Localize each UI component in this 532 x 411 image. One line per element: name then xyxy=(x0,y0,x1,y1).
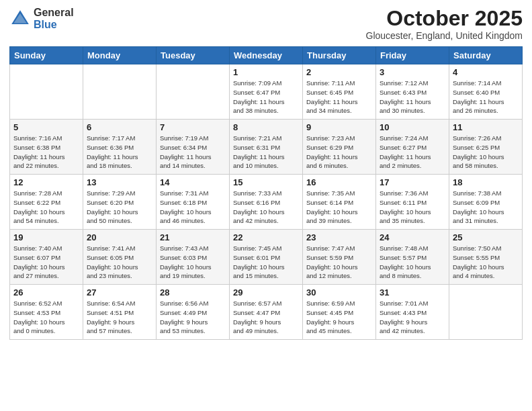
day-number: 23 xyxy=(306,232,372,242)
calendar-week-4: 19Sunrise: 7:40 AM Sunset: 6:07 PM Dayli… xyxy=(10,230,523,285)
day-number: 1 xyxy=(233,67,299,77)
calendar-cell: 21Sunrise: 7:43 AM Sunset: 6:03 PM Dayli… xyxy=(157,230,230,285)
day-number: 22 xyxy=(233,232,299,242)
calendar-cell: 6Sunrise: 7:17 AM Sunset: 6:36 PM Daylig… xyxy=(83,120,157,175)
logo-text: General Blue xyxy=(34,7,74,30)
day-number: 25 xyxy=(453,232,519,242)
day-number: 2 xyxy=(306,67,372,77)
calendar-cell: 10Sunrise: 7:24 AM Sunset: 6:27 PM Dayli… xyxy=(376,120,449,175)
calendar-cell: 23Sunrise: 7:47 AM Sunset: 5:59 PM Dayli… xyxy=(303,230,376,285)
day-number: 19 xyxy=(13,232,79,242)
day-info: Sunrise: 7:33 AM Sunset: 6:16 PM Dayligh… xyxy=(233,189,299,226)
header: General Blue October 2025 Gloucester, En… xyxy=(9,7,523,41)
calendar-cell xyxy=(10,64,83,120)
calendar-week-1: 1Sunrise: 7:09 AM Sunset: 6:47 PM Daylig… xyxy=(10,64,523,120)
calendar-cell: 19Sunrise: 7:40 AM Sunset: 6:07 PM Dayli… xyxy=(10,230,83,285)
day-info: Sunrise: 7:01 AM Sunset: 4:43 PM Dayligh… xyxy=(380,299,445,336)
day-number: 13 xyxy=(87,177,152,187)
calendar-week-5: 26Sunrise: 6:52 AM Sunset: 4:53 PM Dayli… xyxy=(10,285,523,340)
day-info: Sunrise: 7:45 AM Sunset: 6:01 PM Dayligh… xyxy=(233,244,299,281)
calendar-cell: 2Sunrise: 7:11 AM Sunset: 6:45 PM Daylig… xyxy=(303,64,376,120)
day-number: 10 xyxy=(380,122,445,132)
logo-icon xyxy=(9,8,31,30)
calendar-cell: 3Sunrise: 7:12 AM Sunset: 6:43 PM Daylig… xyxy=(376,64,449,120)
day-number: 31 xyxy=(380,287,445,298)
calendar-cell: 29Sunrise: 6:57 AM Sunset: 4:47 PM Dayli… xyxy=(230,285,303,340)
day-info: Sunrise: 7:14 AM Sunset: 6:40 PM Dayligh… xyxy=(453,79,519,116)
calendar-header-tuesday: Tuesday xyxy=(157,47,230,64)
day-info: Sunrise: 7:35 AM Sunset: 6:14 PM Dayligh… xyxy=(306,189,372,226)
calendar-cell: 27Sunrise: 6:54 AM Sunset: 4:51 PM Dayli… xyxy=(83,285,157,340)
logo-general: General xyxy=(34,7,74,19)
calendar-cell: 20Sunrise: 7:41 AM Sunset: 6:05 PM Dayli… xyxy=(83,230,157,285)
day-number: 16 xyxy=(306,177,372,187)
calendar-header-friday: Friday xyxy=(376,47,449,64)
calendar-header-row: SundayMondayTuesdayWednesdayThursdayFrid… xyxy=(10,47,523,64)
day-info: Sunrise: 6:56 AM Sunset: 4:49 PM Dayligh… xyxy=(160,299,226,336)
calendar-week-3: 12Sunrise: 7:28 AM Sunset: 6:22 PM Dayli… xyxy=(10,175,523,230)
day-info: Sunrise: 7:40 AM Sunset: 6:07 PM Dayligh… xyxy=(13,244,79,281)
day-number: 4 xyxy=(453,67,519,77)
day-number: 11 xyxy=(453,122,519,132)
day-info: Sunrise: 7:50 AM Sunset: 5:55 PM Dayligh… xyxy=(453,244,519,281)
calendar-cell: 16Sunrise: 7:35 AM Sunset: 6:14 PM Dayli… xyxy=(303,175,376,230)
day-info: Sunrise: 7:47 AM Sunset: 5:59 PM Dayligh… xyxy=(306,244,372,281)
day-number: 27 xyxy=(87,287,152,298)
day-number: 6 xyxy=(87,122,152,132)
calendar-header-sunday: Sunday xyxy=(10,47,83,64)
day-number: 20 xyxy=(87,232,152,242)
day-number: 9 xyxy=(306,122,372,132)
calendar-cell xyxy=(157,64,230,120)
calendar-table: SundayMondayTuesdayWednesdayThursdayFrid… xyxy=(9,46,523,340)
calendar-cell: 18Sunrise: 7:38 AM Sunset: 6:09 PM Dayli… xyxy=(449,175,523,230)
calendar-cell: 30Sunrise: 6:59 AM Sunset: 4:45 PM Dayli… xyxy=(303,285,376,340)
calendar-cell: 14Sunrise: 7:31 AM Sunset: 6:18 PM Dayli… xyxy=(157,175,230,230)
calendar-cell: 12Sunrise: 7:28 AM Sunset: 6:22 PM Dayli… xyxy=(10,175,83,230)
calendar-week-2: 5Sunrise: 7:16 AM Sunset: 6:38 PM Daylig… xyxy=(10,120,523,175)
day-info: Sunrise: 7:36 AM Sunset: 6:11 PM Dayligh… xyxy=(380,189,445,226)
logo-blue: Blue xyxy=(34,19,74,31)
day-number: 21 xyxy=(160,232,226,242)
calendar-cell xyxy=(449,285,523,340)
day-number: 30 xyxy=(306,287,372,298)
day-number: 18 xyxy=(453,177,519,187)
day-info: Sunrise: 7:26 AM Sunset: 6:25 PM Dayligh… xyxy=(453,134,519,171)
title-area: October 2025 Gloucester, England, United… xyxy=(366,7,523,41)
calendar-cell: 25Sunrise: 7:50 AM Sunset: 5:55 PM Dayli… xyxy=(449,230,523,285)
calendar-header-wednesday: Wednesday xyxy=(230,47,303,64)
day-number: 29 xyxy=(233,287,299,298)
calendar-cell: 26Sunrise: 6:52 AM Sunset: 4:53 PM Dayli… xyxy=(10,285,83,340)
day-info: Sunrise: 7:38 AM Sunset: 6:09 PM Dayligh… xyxy=(453,189,519,226)
day-number: 12 xyxy=(13,177,79,187)
calendar-cell: 11Sunrise: 7:26 AM Sunset: 6:25 PM Dayli… xyxy=(449,120,523,175)
calendar-cell: 24Sunrise: 7:48 AM Sunset: 5:57 PM Dayli… xyxy=(376,230,449,285)
day-info: Sunrise: 7:41 AM Sunset: 6:05 PM Dayligh… xyxy=(87,244,152,281)
calendar-header-monday: Monday xyxy=(83,47,157,64)
calendar-cell: 31Sunrise: 7:01 AM Sunset: 4:43 PM Dayli… xyxy=(376,285,449,340)
day-info: Sunrise: 7:17 AM Sunset: 6:36 PM Dayligh… xyxy=(87,134,152,171)
day-info: Sunrise: 7:29 AM Sunset: 6:20 PM Dayligh… xyxy=(87,189,152,226)
calendar-header-saturday: Saturday xyxy=(449,47,523,64)
day-number: 8 xyxy=(233,122,299,132)
day-number: 28 xyxy=(160,287,226,298)
day-info: Sunrise: 7:43 AM Sunset: 6:03 PM Dayligh… xyxy=(160,244,226,281)
day-info: Sunrise: 7:09 AM Sunset: 6:47 PM Dayligh… xyxy=(233,79,299,116)
day-info: Sunrise: 6:54 AM Sunset: 4:51 PM Dayligh… xyxy=(87,299,152,336)
day-number: 26 xyxy=(13,287,79,298)
month-title: October 2025 xyxy=(366,7,523,30)
day-number: 14 xyxy=(160,177,226,187)
calendar-cell: 28Sunrise: 6:56 AM Sunset: 4:49 PM Dayli… xyxy=(157,285,230,340)
day-info: Sunrise: 7:21 AM Sunset: 6:31 PM Dayligh… xyxy=(233,134,299,171)
calendar-cell: 4Sunrise: 7:14 AM Sunset: 6:40 PM Daylig… xyxy=(449,64,523,120)
day-info: Sunrise: 7:28 AM Sunset: 6:22 PM Dayligh… xyxy=(13,189,79,226)
calendar-header-thursday: Thursday xyxy=(303,47,376,64)
day-info: Sunrise: 6:59 AM Sunset: 4:45 PM Dayligh… xyxy=(306,299,372,336)
day-number: 15 xyxy=(233,177,299,187)
day-info: Sunrise: 7:12 AM Sunset: 6:43 PM Dayligh… xyxy=(380,79,445,116)
calendar-cell: 22Sunrise: 7:45 AM Sunset: 6:01 PM Dayli… xyxy=(230,230,303,285)
day-info: Sunrise: 7:31 AM Sunset: 6:18 PM Dayligh… xyxy=(160,189,226,226)
calendar-cell: 8Sunrise: 7:21 AM Sunset: 6:31 PM Daylig… xyxy=(230,120,303,175)
day-number: 7 xyxy=(160,122,226,132)
day-info: Sunrise: 6:52 AM Sunset: 4:53 PM Dayligh… xyxy=(13,299,79,336)
day-info: Sunrise: 7:11 AM Sunset: 6:45 PM Dayligh… xyxy=(306,79,372,116)
